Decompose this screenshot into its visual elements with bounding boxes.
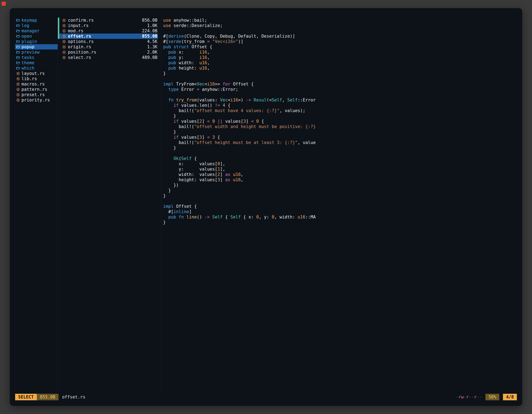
file-size: 1.3K — [147, 44, 157, 49]
file-row-select.rs[interactable]: Rselect.rs489.0B — [58, 55, 158, 60]
file-row-input.rs[interactable]: Rinput.rs1.0K — [58, 23, 158, 28]
rust-file-icon: R — [62, 24, 66, 28]
code-line: } — [163, 220, 517, 225]
code-line: #[derive(Clone, Copy, Debug, Default, De… — [163, 34, 517, 39]
recording-indicator — [2, 2, 6, 6]
svg-text:R: R — [63, 51, 65, 53]
folder-icon — [16, 61, 20, 64]
code-line: } — [163, 188, 517, 193]
rust-file-icon: R — [62, 45, 66, 49]
sidebar-item-open[interactable]: open — [15, 34, 58, 39]
sidebar-item-pattern.rs[interactable]: Rpattern.rs — [15, 87, 58, 92]
code-line: Ok(Self { — [163, 156, 517, 161]
folder-icon — [16, 35, 20, 38]
file-size: 1.0K — [147, 23, 157, 28]
sidebar-item-manager[interactable]: manager — [15, 28, 58, 34]
code-line — [163, 28, 517, 34]
selection-scrollbar[interactable] — [58, 18, 59, 39]
sidebar-item-tasks[interactable]: tasks — [15, 55, 58, 60]
code-line: pub x: i16, — [163, 49, 517, 55]
sidebar-item-preview[interactable]: preview — [15, 49, 58, 55]
file-size: 224.0B — [142, 28, 157, 34]
file-name: position.rs — [68, 49, 96, 55]
code-line: pub struct Offset { — [163, 44, 517, 49]
svg-text:R: R — [17, 72, 19, 75]
file-size: 855.0B — [142, 34, 157, 39]
file-row-options.rs[interactable]: Roptions.rs4.5K — [58, 39, 158, 44]
sidebar-item-layout.rs[interactable]: Rlayout.rs — [15, 71, 58, 76]
svg-text:R: R — [17, 99, 19, 101]
file-row-origin.rs[interactable]: Rorigin.rs1.3K — [58, 44, 158, 49]
file-size: 2.0K — [147, 49, 157, 55]
sidebar-item-label: popup — [21, 44, 34, 49]
code-line: if values[2] < 0 || values[3] < 0 { — [163, 119, 517, 124]
code-preview: use anyhow::bail;use serde::Deserialize;… — [163, 18, 517, 225]
sidebar-item-label: priority.rs — [21, 97, 50, 103]
rust-file-icon: R — [62, 56, 66, 59]
sidebar-item-label: pattern.rs — [21, 87, 47, 92]
code-line: }) — [163, 183, 517, 188]
file-name: confirm.rs — [68, 18, 94, 23]
sidebar-item-theme[interactable]: theme — [15, 60, 58, 66]
sidebar-item-keymap[interactable]: keymap — [15, 18, 58, 23]
folder-icon — [16, 67, 20, 70]
statusbar-right: -rw-r--r-- 50% 4/8 — [456, 394, 517, 400]
code-line: type Error = anyhow::Error; — [163, 87, 517, 92]
folder-icon — [16, 45, 20, 48]
sidebar-item-label: theme — [21, 60, 34, 66]
file-row-offset.rs[interactable]: Roffset.rs855.0B — [58, 34, 158, 39]
rust-file-icon: R — [62, 40, 66, 44]
file-row-mod.rs[interactable]: Rmod.rs224.0B — [58, 28, 158, 34]
code-line: pub fn line() -> Self { Self { x: 0, y: … — [163, 214, 517, 220]
sidebar-item-label: preview — [21, 49, 40, 55]
file-row-confirm.rs[interactable]: Rconfirm.rs856.0B — [58, 18, 158, 23]
sidebar-item-popup[interactable]: popup — [15, 44, 58, 49]
sidebar-item-label: tasks — [21, 55, 34, 60]
statusbar-filename: offset.rs — [62, 394, 86, 400]
folder-icon — [16, 40, 20, 43]
code-line: #[inline] — [163, 209, 517, 214]
sidebar-item-label: macros.rs — [21, 81, 45, 87]
code-line — [163, 76, 517, 81]
statusbar: SELECT 855.0B offset.rs -rw-r--r-- 50% 4… — [15, 393, 517, 401]
svg-text:R: R — [63, 46, 65, 48]
code-line: fn try_from(values: Vec<i16>) -> Result<… — [163, 97, 517, 103]
sidebar-item-label: which — [21, 66, 34, 71]
rust-file-icon: R — [62, 29, 66, 33]
file-name: offset.rs — [68, 34, 91, 39]
file-size: 489.0B — [142, 55, 157, 60]
rust-file-icon: R — [62, 19, 66, 22]
rust-file-icon: R — [16, 98, 20, 102]
rust-file-icon: R — [16, 87, 20, 91]
code-line: } — [163, 71, 517, 76]
code-line: y: values[1], — [163, 166, 517, 172]
file-row-position.rs[interactable]: Rposition.rs2.0K — [58, 49, 158, 55]
sidebar-item-label: manager — [21, 28, 40, 34]
rust-file-icon: R — [62, 50, 66, 54]
sidebar-item-label: log — [21, 23, 29, 28]
sidebar-item-which[interactable]: which — [15, 66, 58, 71]
sidebar-item-label: plugin — [21, 39, 37, 44]
code-line: #[serde(try_from = "Vec<i16>")] — [163, 39, 517, 44]
folder-icon — [16, 50, 20, 54]
code-line — [163, 198, 517, 204]
sidebar-item-plugin[interactable]: plugin — [15, 39, 58, 44]
sidebar-pane: keymaplogmanageropenpluginpopuppreviewta… — [15, 18, 58, 392]
file-size: 4.5K — [147, 39, 157, 44]
sidebar-item-lib.rs[interactable]: Rlib.rs — [15, 76, 58, 81]
code-line: } — [163, 129, 517, 135]
preview-pane: use anyhow::bail;use serde::Deserialize;… — [161, 18, 517, 392]
sidebar-item-log[interactable]: log — [15, 23, 58, 28]
rust-file-icon: R — [16, 72, 20, 76]
position-badge: 4/8 — [503, 394, 517, 400]
folder-icon — [16, 19, 20, 22]
sidebar-item-label: open — [21, 34, 32, 39]
rust-file-icon: R — [62, 34, 66, 38]
sidebar-item-macros.rs[interactable]: Rmacros.rs — [15, 81, 58, 87]
svg-text:R: R — [63, 19, 65, 21]
rust-file-icon: R — [16, 82, 20, 86]
sidebar-item-priority.rs[interactable]: Rpriority.rs — [15, 97, 58, 103]
svg-text:R: R — [17, 78, 19, 80]
sidebar-item-preset.rs[interactable]: Rpreset.rs — [15, 92, 58, 97]
code-line: } — [163, 193, 517, 198]
